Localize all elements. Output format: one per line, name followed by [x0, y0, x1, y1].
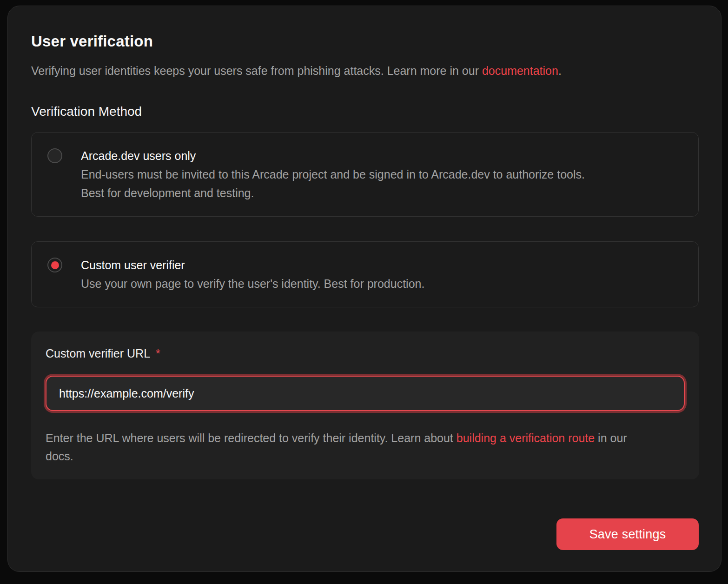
page-description: Verifying user identities keeps your use…: [31, 63, 698, 79]
option-title: Arcade.dev users only: [81, 146, 585, 165]
radio-dot: [51, 261, 59, 269]
footer: Save settings: [31, 518, 699, 550]
page-title: User verification: [31, 32, 698, 51]
option-custom-user-verifier[interactable]: Custom user verifier Use your own page t…: [31, 241, 699, 307]
helper-text-prefix: Enter the URL where users will be redire…: [46, 431, 457, 445]
page-description-period: .: [558, 64, 562, 77]
radio-selected-icon[interactable]: [47, 258, 62, 272]
documentation-link[interactable]: documentation: [482, 64, 558, 77]
page-description-text: Verifying user identities keeps your use…: [31, 64, 482, 77]
required-asterisk: *: [156, 347, 160, 360]
option-description-line: Use your own page to verify the user's i…: [81, 274, 424, 293]
custom-verifier-url-input[interactable]: [46, 376, 685, 411]
option-description-line: Best for development and testing.: [81, 184, 585, 202]
custom-verifier-panel: Custom verifier URL* Enter the URL where…: [31, 332, 699, 479]
option-description: Use your own page to verify the user's i…: [81, 274, 424, 293]
helper-text: Enter the URL where users will be redire…: [46, 429, 629, 465]
verification-method-heading: Verification Method: [31, 104, 698, 119]
label-text: Custom verifier URL: [46, 347, 150, 360]
building-verification-route-link[interactable]: building a verification route: [457, 431, 595, 445]
custom-verifier-url-label: Custom verifier URL*: [46, 346, 685, 360]
option-text: Arcade.dev users only End-users must be …: [81, 146, 585, 202]
option-arcade-users-only[interactable]: Arcade.dev users only End-users must be …: [31, 132, 699, 217]
option-description-line: End-users must be invited to this Arcade…: [81, 165, 585, 184]
radio-unselected-icon[interactable]: [47, 148, 62, 163]
option-text: Custom user verifier Use your own page t…: [81, 256, 424, 293]
option-description: End-users must be invited to this Arcade…: [81, 165, 585, 202]
option-title: Custom user verifier: [81, 256, 424, 274]
user-verification-card: User verification Verifying user identit…: [7, 6, 721, 572]
save-settings-button[interactable]: Save settings: [556, 518, 699, 550]
